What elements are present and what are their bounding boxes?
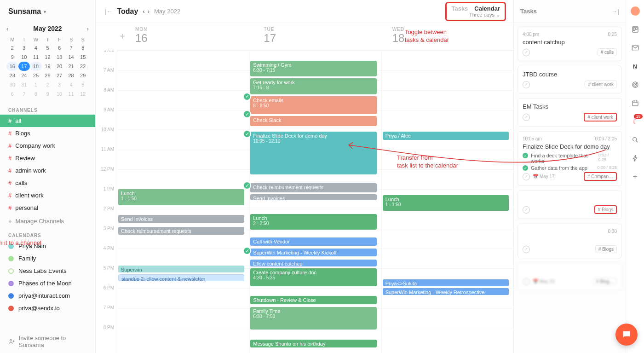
mini-cal-day[interactable]: 9: [6, 52, 18, 62]
mini-cal-day[interactable]: 16: [6, 62, 18, 71]
next-day[interactable]: ›: [148, 8, 150, 15]
task-card[interactable]: 0:30 ✓# Blogs: [518, 224, 622, 258]
subtask[interactable]: ✓Find a deck template that works0:03 / 0…: [523, 153, 617, 164]
task-status-circle[interactable]: ✓: [523, 173, 530, 180]
mini-cal-day[interactable]: 14: [65, 52, 77, 62]
mini-cal-day[interactable]: 31: [18, 80, 30, 89]
mini-cal-day[interactable]: 6: [53, 43, 65, 52]
mini-cal-day[interactable]: 25: [30, 71, 42, 80]
invite-button[interactable]: Invite someone to Sunsama: [0, 330, 95, 353]
today-button[interactable]: Today: [117, 7, 138, 16]
calendar-event[interactable]: Swimming / Gym6:30 - 7:15: [250, 61, 376, 77]
channel-calls[interactable]: #calls: [0, 177, 95, 189]
task-status-circle[interactable]: ✓: [523, 49, 530, 56]
search-icon[interactable]: [631, 135, 640, 145]
brand-menu[interactable]: Sunsama ▾: [0, 0, 95, 23]
calendar-event[interactable]: Get ready for work7:15 - 8: [250, 78, 376, 94]
mini-cal-day[interactable]: 10: [18, 52, 30, 62]
mini-cal-day[interactable]: 3: [18, 43, 30, 52]
channel-admin-work[interactable]: #admin work: [0, 164, 95, 177]
mini-cal-day[interactable]: 5: [77, 80, 89, 89]
channel-personal[interactable]: #personal: [0, 202, 95, 214]
mini-cal-day[interactable]: 7: [65, 43, 77, 52]
mini-cal-day[interactable]: 6: [6, 89, 18, 98]
task-channel-chip[interactable]: # client work: [584, 113, 617, 122]
task-status-circle[interactable]: ✓: [523, 81, 530, 88]
mini-cal-day[interactable]: 4: [30, 43, 42, 52]
mini-cal-next[interactable]: ›: [87, 25, 89, 32]
channel-company-work[interactable]: #Company work: [0, 139, 95, 152]
column-wed[interactable]: Priya / AlecLunch1 - 1:50Priya<>SukitaSu…: [381, 51, 513, 353]
calendar-event[interactable]: Lunch2 - 2:50: [250, 214, 376, 230]
mini-cal-day[interactable]: 29: [77, 71, 89, 80]
calendar-event[interactable]: Lunch1 - 1:50: [383, 195, 509, 211]
channel-blogs[interactable]: #Blogs: [0, 127, 95, 139]
add-integration-icon[interactable]: +: [631, 172, 640, 181]
calendar-event[interactable]: SuperWin Marketing - Weekly Kickoff: [250, 249, 376, 256]
tab-tasks[interactable]: Tasks: [451, 5, 468, 12]
mini-cal-day[interactable]: 1: [30, 80, 42, 89]
calendar-event[interactable]: Check reimbursement requests: [118, 227, 244, 235]
channel-client-work[interactable]: #client work: [0, 189, 95, 202]
calendar-event[interactable]: SuperWin Marketing - Weekly Retrospectiv…: [383, 288, 509, 295]
mini-cal-day[interactable]: 26: [42, 71, 54, 80]
column-mon[interactable]: Lunch1 - 1:50Send InvoicesCheck reimburs…: [117, 51, 249, 353]
calendar-event[interactable]: Family Time6:30 - 7:50: [250, 307, 376, 330]
task-card[interactable]: EM Tasks✓# client work: [518, 98, 622, 127]
mini-cal-day[interactable]: 8: [30, 89, 42, 98]
column-tue[interactable]: Swimming / Gym6:30 - 7:15Get ready for w…: [249, 51, 381, 353]
calendar-event[interactable]: Priya<>Sukita: [383, 279, 509, 286]
mini-cal-day[interactable]: 23: [6, 71, 18, 80]
mini-cal-day[interactable]: 7: [18, 89, 30, 98]
task-channel-chip[interactable]: # Blogs: [594, 205, 617, 214]
calendar-event[interactable]: Ellow content catchup: [250, 260, 376, 266]
collapse-panel-icon[interactable]: →|: [611, 8, 619, 15]
mini-cal-day[interactable]: 15: [77, 52, 89, 62]
calendar-item[interactable]: priya@inturact.com: [0, 289, 95, 302]
mini-cal-day[interactable]: 30: [6, 80, 18, 89]
calendar-event[interactable]: standup 2: ellow content & newsletter: [118, 274, 244, 281]
target-icon[interactable]: [631, 80, 640, 89]
task-card[interactable]: 10:05 am0:03 / 2:05Finalize Slide Deck f…: [518, 131, 622, 186]
calendar-item[interactable]: Priya Nain: [0, 240, 95, 252]
mini-cal-day[interactable]: 21: [65, 62, 77, 71]
calendar-icon[interactable]: [631, 98, 640, 108]
task-status-circle[interactable]: ✓: [523, 246, 530, 253]
bolt-icon[interactable]: [631, 154, 640, 163]
collapse-left-icon[interactable]: |←: [103, 6, 114, 17]
task-status-circle[interactable]: ✓: [523, 114, 530, 121]
calendar-event[interactable]: Send Invoices: [250, 194, 376, 200]
tab-calendar[interactable]: Calendar: [474, 5, 500, 12]
mini-cal-day[interactable]: 9: [42, 89, 54, 98]
gmail-icon[interactable]: [631, 43, 640, 52]
mini-cal-day[interactable]: 27: [53, 71, 65, 80]
mini-cal-day[interactable]: 12: [42, 52, 54, 62]
notion-icon[interactable]: N: [631, 62, 640, 71]
day-head-wed[interactable]: WED 18: [385, 23, 513, 50]
mini-cal-prev[interactable]: ‹: [6, 25, 8, 32]
task-card[interactable]: ✓📅 May 23# Blog…: [518, 263, 622, 290]
mini-cal-day[interactable]: 13: [53, 52, 65, 62]
calendar-event[interactable]: Finalize Slide Deck for demo day10:05 - …: [250, 132, 376, 174]
add-day-button[interactable]: +: [117, 23, 128, 50]
trello-icon[interactable]: [631, 25, 640, 34]
mini-cal-day[interactable]: 17: [18, 62, 30, 71]
mini-cal-day[interactable]: 8: [77, 43, 89, 52]
mini-cal-day[interactable]: 2: [42, 80, 54, 89]
prev-day[interactable]: ‹: [143, 8, 144, 15]
calendar-event[interactable]: Superwin: [118, 266, 244, 272]
calendar-item[interactable]: Ness Labs Events: [0, 265, 95, 277]
task-channel-chip[interactable]: # Compan…: [584, 172, 617, 181]
mini-cal-day[interactable]: 22: [77, 62, 89, 71]
task-card[interactable]: 4:00 pm0:25content catchup✓# calls: [518, 27, 622, 61]
task-card[interactable]: ✓# Blogs: [518, 191, 622, 219]
view-range[interactable]: Three days: [469, 12, 494, 17]
chat-bubble-button[interactable]: [615, 324, 638, 346]
task-channel-chip[interactable]: # client work: [585, 81, 617, 88]
calendar-event[interactable]: Lunch1 - 1:50: [118, 189, 244, 205]
channel-review[interactable]: #Review: [0, 152, 95, 164]
calendar-event[interactable]: Create company culture doc4:30 - 5:35: [250, 268, 376, 286]
calendar-item[interactable]: priva@sendx.io: [0, 302, 95, 314]
moon-icon[interactable]: 19☾: [631, 117, 640, 126]
day-head-tue[interactable]: TUE 17: [256, 23, 385, 50]
